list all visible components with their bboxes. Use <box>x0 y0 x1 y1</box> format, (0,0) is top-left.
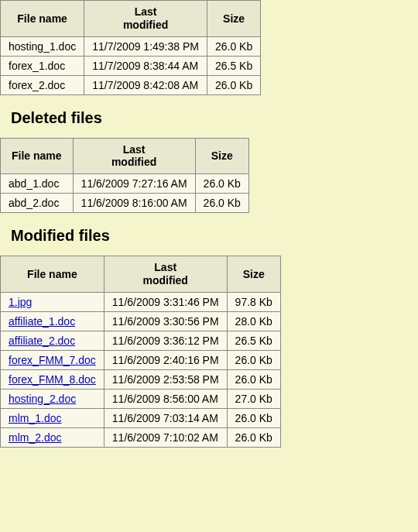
cell-filename[interactable]: forex_FMM_7.doc <box>1 350 104 369</box>
cell-size: 27.0 Kb <box>227 389 280 408</box>
cell-filename[interactable]: mlm_2.doc <box>1 427 104 447</box>
cell-filename: hosting_1.doc <box>1 36 84 56</box>
cell-last-modified: 11/7/2009 1:49:38 PM <box>84 36 207 56</box>
cell-last-modified: 11/6/2009 2:40:16 PM <box>104 350 227 369</box>
col-size: Size <box>227 256 280 293</box>
cell-size: 26.0 Kb <box>195 174 248 194</box>
cell-size: 26.0 Kb <box>195 194 248 213</box>
cell-last-modified: 11/6/2009 8:56:00 AM <box>104 389 227 408</box>
table-row: abd_2.doc11/6/2009 8:16:00 AM26.0 Kb <box>1 194 249 213</box>
cell-filename[interactable]: forex_FMM_8.doc <box>1 369 104 389</box>
table-row: mlm_2.doc11/6/2009 7:10:02 AM26.0 Kb <box>1 427 281 447</box>
file-link[interactable]: affiliate_1.doc <box>9 315 75 328</box>
cell-last-modified: 11/7/2009 8:42:08 AM <box>84 75 207 94</box>
files-table-modified: File name Lastmodified Size 1.jpg11/6/20… <box>0 256 281 448</box>
table-row: hosting_2.doc11/6/2009 8:56:00 AM27.0 Kb <box>1 389 281 408</box>
cell-size: 26.5 Kb <box>207 56 260 75</box>
table-row: mlm_1.doc11/6/2009 7:03:14 AM26.0 Kb <box>1 408 281 427</box>
cell-last-modified: 11/6/2009 8:16:00 AM <box>73 194 195 213</box>
cell-filename: abd_2.doc <box>1 194 74 213</box>
cell-last-modified: 11/7/2009 8:38:44 AM <box>84 56 207 75</box>
cell-size: 26.0 Kb <box>227 350 280 369</box>
file-link[interactable]: forex_FMM_7.doc <box>9 354 96 366</box>
cell-size: 26.5 Kb <box>227 331 280 350</box>
cell-last-modified: 11/6/2009 2:53:58 PM <box>104 369 227 389</box>
col-filename: File name <box>1 256 104 293</box>
cell-last-modified: 11/6/2009 3:30:56 PM <box>104 311 227 331</box>
cell-last-modified: 11/6/2009 7:27:16 AM <box>73 174 195 194</box>
table-row: forex_FMM_8.doc11/6/2009 2:53:58 PM26.0 … <box>1 369 281 389</box>
file-link[interactable]: mlm_1.doc <box>9 412 61 424</box>
table-row: 1.jpg11/6/2009 3:31:46 PM97.8 Kb <box>1 292 281 311</box>
col-size: Size <box>207 1 260 37</box>
cell-filename: forex_2.doc <box>1 75 84 94</box>
deleted-files-heading: Deleted files <box>0 95 418 138</box>
file-link[interactable]: mlm_2.doc <box>9 431 61 444</box>
table-row: affiliate_1.doc11/6/2009 3:30:56 PM28.0 … <box>1 311 281 331</box>
modified-files-heading: Modified files <box>0 213 418 256</box>
cell-filename[interactable]: affiliate_1.doc <box>1 311 104 331</box>
cell-filename: forex_1.doc <box>1 56 84 75</box>
col-last-modified: Lastmodified <box>73 138 195 174</box>
table-row: forex_FMM_7.doc11/6/2009 2:40:16 PM26.0 … <box>1 350 281 369</box>
cell-size: 26.0 Kb <box>207 75 260 94</box>
table-row: affiliate_2.doc11/6/2009 3:36:12 PM26.5 … <box>1 331 281 350</box>
cell-last-modified: 11/6/2009 7:10:02 AM <box>104 427 227 447</box>
cell-last-modified: 11/6/2009 3:36:12 PM <box>104 331 227 350</box>
table-row: abd_1.doc11/6/2009 7:27:16 AM26.0 Kb <box>1 174 249 194</box>
cell-filename[interactable]: 1.jpg <box>1 292 104 311</box>
file-link[interactable]: 1.jpg <box>9 296 32 308</box>
col-filename: File name <box>1 1 84 37</box>
cell-filename[interactable]: affiliate_2.doc <box>1 331 104 350</box>
cell-size: 28.0 Kb <box>227 311 280 331</box>
cell-last-modified: 11/6/2009 7:03:14 AM <box>104 408 227 427</box>
table-row: forex_1.doc11/7/2009 8:38:44 AM26.5 Kb <box>1 56 261 75</box>
file-link[interactable]: forex_FMM_8.doc <box>9 373 96 386</box>
col-last-modified: Lastmodified <box>104 256 227 293</box>
col-size: Size <box>195 138 248 174</box>
files-table-new: File name Lastmodified Size hosting_1.do… <box>0 0 261 95</box>
file-link[interactable]: affiliate_2.doc <box>9 335 75 347</box>
file-link[interactable]: hosting_2.doc <box>9 393 76 405</box>
cell-size: 26.0 Kb <box>227 369 280 389</box>
cell-size: 97.8 Kb <box>227 292 280 311</box>
cell-filename: abd_1.doc <box>1 174 74 194</box>
table-row: hosting_1.doc11/7/2009 1:49:38 PM26.0 Kb <box>1 36 261 56</box>
col-filename: File name <box>1 138 74 174</box>
table-row: forex_2.doc11/7/2009 8:42:08 AM26.0 Kb <box>1 75 261 94</box>
cell-filename[interactable]: mlm_1.doc <box>1 408 104 427</box>
files-table-deleted: File name Lastmodified Size abd_1.doc11/… <box>0 138 249 214</box>
table-header-row: File name Lastmodified Size <box>1 256 281 293</box>
cell-filename[interactable]: hosting_2.doc <box>1 389 104 408</box>
cell-size: 26.0 Kb <box>227 408 280 427</box>
cell-last-modified: 11/6/2009 3:31:46 PM <box>104 292 227 311</box>
cell-size: 26.0 Kb <box>227 427 280 447</box>
table-header-row: File name Lastmodified Size <box>1 138 249 174</box>
table-header-row: File name Lastmodified Size <box>1 1 261 37</box>
col-last-modified: Lastmodified <box>84 1 207 37</box>
cell-size: 26.0 Kb <box>207 36 260 56</box>
